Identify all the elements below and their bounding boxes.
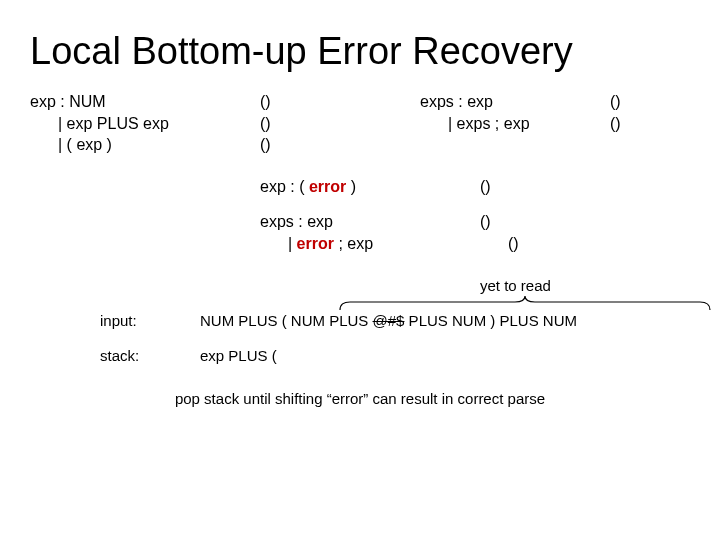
grammar-exp-error-text: exp : ( error ): [260, 176, 480, 198]
stack-label: stack:: [30, 347, 200, 364]
action-paren: (): [610, 113, 670, 135]
grammar-exp-actions: () () (): [260, 91, 420, 156]
error-token: error: [309, 178, 346, 195]
grammar-top-row: exp : NUM | exp PLUS exp | ( exp ) () ()…: [30, 91, 690, 156]
grammar-exp-l1: exp : NUM: [30, 91, 260, 113]
action-paren: (): [480, 211, 540, 233]
grammar-exps: exps : exp | exps ; exp: [420, 91, 610, 156]
grammar-exp: exp : NUM | exp PLUS exp | ( exp ): [30, 91, 260, 156]
grammar-exps-actions: () (): [610, 91, 670, 156]
slide-title: Local Bottom-up Error Recovery: [30, 30, 690, 73]
rule-prefix: |: [288, 235, 297, 252]
grammar-exps-error-l2: | error ; exp (): [260, 233, 690, 255]
slide: Local Bottom-up Error Recovery exp : NUM…: [0, 0, 720, 540]
input-part1: NUM PLUS ( NUM PLUS: [200, 312, 373, 329]
action-paren: (): [508, 233, 568, 255]
action-paren: (): [260, 134, 420, 156]
action-paren: (): [260, 113, 420, 135]
footer-note: pop stack until shifting “error” can res…: [30, 390, 690, 407]
rule-suffix: ; exp: [334, 235, 373, 252]
stack-row: stack: exp PLUS (: [30, 347, 690, 364]
curly-brace: [335, 294, 715, 312]
rule-suffix: ): [346, 178, 356, 195]
yet-to-read-label: yet to read: [480, 277, 690, 294]
action-paren: (): [480, 176, 540, 198]
action-paren: (): [610, 91, 670, 113]
grammar-exps-error-l2-text: | error ; exp: [260, 233, 508, 255]
action-paren: (): [260, 91, 420, 113]
grammar-exp-l3: | ( exp ): [30, 134, 260, 156]
input-label: input:: [30, 312, 200, 329]
grammar-error-rules: exp : ( error ) () exps : exp () | error…: [260, 176, 690, 255]
input-tokens: NUM PLUS ( NUM PLUS @#$ PLUS NUM ) PLUS …: [200, 312, 577, 329]
input-part2: PLUS NUM ) PLUS NUM: [404, 312, 577, 329]
grammar-exp-l2: | exp PLUS exp: [30, 113, 260, 135]
grammar-exps-l2: | exps ; exp: [420, 113, 610, 135]
rule-prefix: exp : (: [260, 178, 309, 195]
error-token: error: [297, 235, 334, 252]
grammar-exps-error-text: exps : exp: [260, 211, 480, 233]
input-garbage: @#$: [373, 312, 405, 329]
input-row: input: NUM PLUS ( NUM PLUS @#$ PLUS NUM …: [30, 312, 690, 329]
stack-value: exp PLUS (: [200, 347, 277, 364]
spacer: [260, 197, 690, 211]
grammar-exp-error: exp : ( error ) (): [260, 176, 690, 198]
grammar-exps-l1: exps : exp: [420, 91, 610, 113]
grammar-exps-error-l1: exps : exp (): [260, 211, 690, 233]
